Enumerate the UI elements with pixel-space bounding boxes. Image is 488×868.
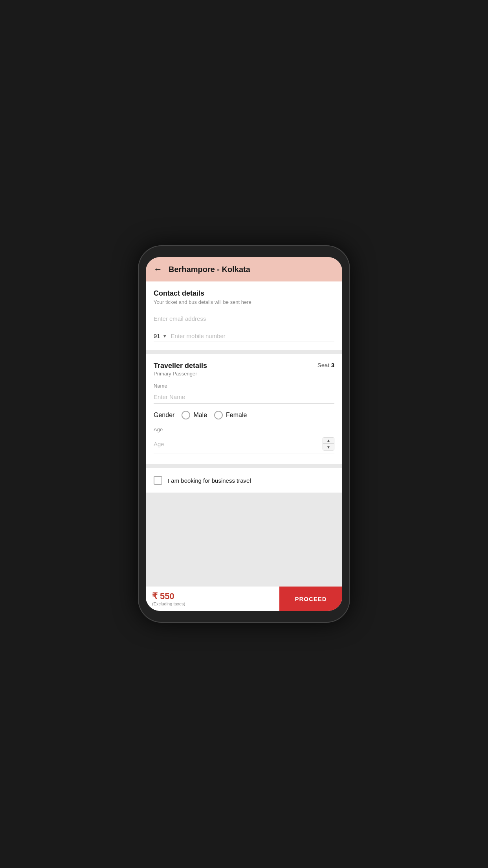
- phone-screen: ← Berhampore - Kolkata Contact details Y…: [146, 257, 342, 611]
- content-area: Contact details Your ticket and bus deta…: [146, 281, 342, 587]
- male-radio[interactable]: [182, 411, 190, 419]
- seat-text: Seat: [317, 362, 330, 368]
- phone-row: 91 ▼: [154, 330, 334, 342]
- traveller-title: Traveller details: [154, 362, 207, 370]
- proceed-button[interactable]: PROCEED: [279, 587, 342, 611]
- name-input[interactable]: [154, 390, 334, 404]
- name-field-label: Name: [154, 383, 334, 389]
- traveller-header: Traveller details Primary Passenger Seat…: [154, 362, 334, 377]
- country-code-selector[interactable]: 91 ▼: [154, 333, 171, 339]
- section-divider-1: [146, 350, 342, 354]
- female-label: Female: [226, 412, 247, 419]
- back-button[interactable]: ←: [154, 264, 162, 274]
- contact-details-section: Contact details Your ticket and bus deta…: [146, 281, 342, 350]
- age-wrapper: Age ▲ ▼: [154, 427, 334, 454]
- gray-filler-area: [146, 493, 342, 587]
- female-radio[interactable]: [214, 411, 223, 419]
- male-label: Male: [193, 412, 207, 419]
- traveller-info: Traveller details Primary Passenger: [154, 362, 207, 377]
- phone-input[interactable]: [171, 333, 334, 339]
- business-travel-checkbox[interactable]: [154, 476, 162, 485]
- price-section: ₹ 550 (Excluding taxes): [146, 587, 279, 611]
- phone-shell: ← Berhampore - Kolkata Contact details Y…: [138, 245, 350, 623]
- age-increment-button[interactable]: ▲: [323, 438, 334, 444]
- traveller-details-section: Traveller details Primary Passenger Seat…: [146, 354, 342, 464]
- seat-info: Seat 3: [317, 362, 334, 368]
- dropdown-arrow-icon: ▼: [163, 334, 167, 338]
- country-code-value: 91: [154, 333, 160, 339]
- contact-details-title: Contact details: [154, 289, 334, 298]
- header: ← Berhampore - Kolkata: [146, 257, 342, 281]
- header-title: Berhampore - Kolkata: [169, 265, 250, 274]
- gender-male-option[interactable]: Male: [182, 411, 207, 419]
- price-note: (Excluding taxes): [152, 601, 273, 606]
- age-input[interactable]: [154, 441, 323, 447]
- contact-details-subtitle: Your ticket and bus details will be sent…: [154, 299, 334, 305]
- gender-row: Gender Male Female: [154, 411, 334, 419]
- gender-female-option[interactable]: Female: [214, 411, 247, 419]
- section-divider-2: [146, 464, 342, 468]
- passenger-label: Primary Passenger: [154, 371, 207, 377]
- seat-number: 3: [331, 362, 334, 368]
- business-travel-section: I am booking for business travel: [146, 468, 342, 493]
- age-row: ▲ ▼: [154, 434, 334, 454]
- price-amount: ₹ 550: [152, 591, 273, 601]
- business-travel-checkbox-row[interactable]: I am booking for business travel: [154, 476, 334, 485]
- age-stepper: ▲ ▼: [323, 437, 334, 451]
- bottom-bar: ₹ 550 (Excluding taxes) PROCEED: [146, 587, 342, 611]
- email-input[interactable]: [154, 311, 334, 326]
- business-travel-label: I am booking for business travel: [168, 477, 251, 484]
- gender-label: Gender: [154, 412, 174, 419]
- age-decrement-button[interactable]: ▼: [323, 444, 334, 450]
- age-field-label: Age: [154, 427, 334, 432]
